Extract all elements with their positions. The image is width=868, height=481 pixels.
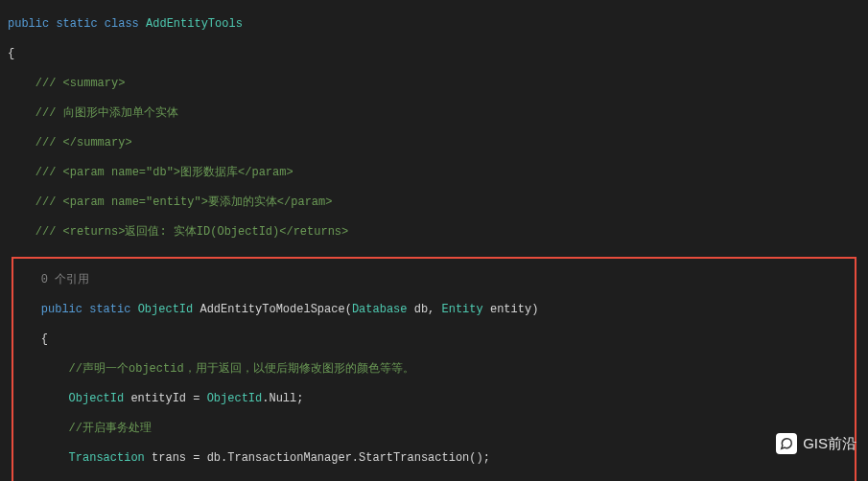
type: ObjectId bbox=[69, 392, 125, 405]
type: ObjectId bbox=[207, 392, 263, 405]
codelens-refs[interactable]: 0 个引用 bbox=[41, 273, 89, 286]
xml-comment: /// <param name="entity">要添加的实体</param> bbox=[35, 195, 333, 209]
code-text: .Null; bbox=[262, 392, 303, 405]
param-type: Entity bbox=[442, 303, 483, 316]
comment: //声明一个objectid，用于返回，以便后期修改图形的颜色等等。 bbox=[69, 362, 414, 376]
xml-comment: /// 向图形中添加单个实体 bbox=[35, 106, 178, 120]
type: Transaction bbox=[69, 451, 145, 465]
comment: //开启事务处理 bbox=[69, 422, 152, 435]
class-name: AddEntityTools bbox=[146, 17, 243, 31]
code-text: entityId = bbox=[130, 392, 206, 405]
xml-comment: /// <returns>返回值: 实体ID(ObjectId)</return… bbox=[35, 225, 348, 239]
watermark-icon bbox=[776, 433, 797, 454]
keyword: public static class bbox=[8, 17, 139, 31]
param-type: Database bbox=[352, 303, 408, 316]
code-editor[interactable]: public static class AddEntityTools { ///… bbox=[0, 0, 868, 481]
param-name: db bbox=[414, 303, 428, 316]
keyword: public static bbox=[41, 303, 131, 316]
param-name: entity bbox=[490, 303, 531, 316]
watermark-text: GIS前沿 bbox=[803, 435, 856, 453]
xml-comment: /// </summary> bbox=[35, 136, 132, 149]
xml-comment: /// <summary> bbox=[35, 77, 126, 90]
watermark: GIS前沿 bbox=[776, 433, 856, 454]
highlighted-region: 0 个引用 public static ObjectId AddEntityTo… bbox=[12, 257, 856, 482]
code-text: trans = db.TransactionManager.StartTrans… bbox=[152, 451, 490, 465]
xml-comment: /// <param name="db">图形数据库</param> bbox=[35, 166, 293, 179]
method-name: AddEntityToModelSpace bbox=[199, 303, 344, 316]
return-type: ObjectId bbox=[138, 303, 194, 316]
